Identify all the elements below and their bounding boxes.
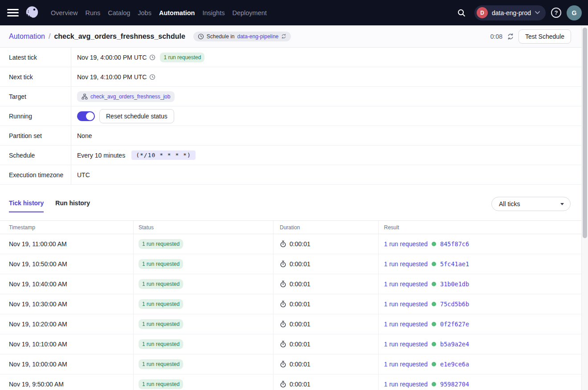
- col-duration: Duration: [273, 221, 378, 234]
- caret-down-icon: [560, 203, 564, 205]
- refresh-icon[interactable]: [507, 33, 514, 40]
- latest-tick-time: Nov 19, 4:00:00 PM UTC: [77, 54, 147, 61]
- code-location-link[interactable]: data-eng-pipeline: [237, 33, 279, 40]
- stopwatch-icon: [280, 280, 286, 288]
- nav-deployment[interactable]: Deployment: [232, 9, 266, 16]
- schedule-details: Latest tick Nov 19, 4:00:00 PM UTC 1 run…: [0, 48, 581, 185]
- run-id-link[interactable]: b5a9a2e4: [440, 341, 469, 348]
- chevron-down-icon: [535, 11, 540, 14]
- run-id-link[interactable]: 31b0e1db: [440, 280, 469, 288]
- timezone-value: UTC: [77, 171, 90, 179]
- nav-overview[interactable]: Overview: [51, 9, 78, 16]
- tick-filter-select[interactable]: All ticks: [491, 197, 571, 211]
- run-status-dot-icon: [432, 302, 436, 306]
- partition-set-label: Partition set: [0, 126, 71, 145]
- run-status-dot-icon: [432, 362, 436, 366]
- target-job-link[interactable]: check_avg_orders_freshness_job: [90, 93, 170, 100]
- run-id-link[interactable]: e1e9ce6a: [440, 361, 469, 368]
- tick-result-link[interactable]: 1 run requested: [384, 280, 428, 288]
- target-job-pill[interactable]: check_avg_orders_freshness_job: [77, 91, 175, 102]
- tick-status-badge: 1 run requested: [139, 379, 183, 389]
- tick-status-badge: 1 run requested: [139, 259, 183, 269]
- tick-status-badge: 1 run requested: [139, 319, 183, 329]
- workspace-name: data-eng-prod: [492, 9, 531, 16]
- stopwatch-icon: [280, 240, 286, 248]
- tick-duration: 0:00:01: [290, 361, 310, 368]
- col-timestamp: Timestamp: [0, 224, 133, 231]
- tick-result-link[interactable]: 1 run requested: [384, 381, 428, 388]
- tick-timestamp: Nov 19, 11:00:00 AM: [0, 240, 133, 248]
- tick-result-link[interactable]: 1 run requested: [384, 341, 428, 348]
- tick-timestamp: Nov 19, 10:40:00 AM: [0, 280, 133, 288]
- user-avatar[interactable]: G: [567, 5, 582, 20]
- tick-result-link[interactable]: 1 run requested: [384, 321, 428, 328]
- help-button[interactable]: ?: [551, 8, 561, 18]
- workspace-switcher[interactable]: D data-eng-prod: [474, 5, 546, 20]
- clock-icon: [198, 33, 204, 40]
- run-id-link[interactable]: 845f87c6: [440, 240, 469, 248]
- timezone-row: Execution timezone UTC: [0, 165, 581, 185]
- target-row: Target check_avg_orders_freshness_job: [0, 87, 581, 106]
- page-scrollbar[interactable]: [581, 25, 588, 390]
- nav-runs[interactable]: Runs: [85, 9, 100, 16]
- nav-automation[interactable]: Automation: [159, 9, 195, 16]
- schedule-row: Schedule Every 10 minutes (*/10 * * * *): [0, 146, 581, 165]
- run-id-link[interactable]: 5fc41ae1: [440, 260, 469, 268]
- run-id-link[interactable]: 95982704: [440, 381, 469, 388]
- next-tick-time: Nov 19, 4:10:00 PM UTC: [77, 73, 147, 81]
- running-toggle[interactable]: [77, 111, 95, 121]
- tab-run-history[interactable]: Run history: [55, 199, 90, 212]
- nav-catalog[interactable]: Catalog: [108, 9, 130, 16]
- breadcrumb-separator: /: [49, 32, 50, 41]
- schedule-label: Schedule: [0, 146, 71, 165]
- search-icon: [457, 8, 466, 17]
- tick-duration: 0:00:01: [290, 280, 310, 288]
- col-result: Result: [378, 221, 581, 234]
- table-row: Nov 19, 11:00:00 AM 1 run requested 0:00…: [0, 234, 581, 254]
- stopwatch-icon: [280, 341, 286, 348]
- tick-duration: 0:00:01: [290, 260, 310, 268]
- nav-insights[interactable]: Insights: [202, 9, 225, 16]
- schedule-location-badge: Schedule in data-eng-pipeline: [193, 32, 291, 41]
- nav-jobs[interactable]: Jobs: [138, 9, 151, 16]
- help-icon: ?: [555, 9, 558, 16]
- tick-timestamp: Nov 19, 10:20:00 AM: [0, 321, 133, 328]
- reload-icon[interactable]: [281, 33, 286, 39]
- tick-status-badge: 1 run requested: [139, 359, 183, 369]
- tick-timestamp: Nov 19, 10:00:00 AM: [0, 361, 133, 368]
- run-status-dot-icon: [432, 242, 436, 246]
- dagster-logo-icon[interactable]: [24, 5, 40, 21]
- tick-duration: 0:00:01: [290, 240, 310, 248]
- breadcrumb-automation-link[interactable]: Automation: [9, 32, 45, 41]
- tick-status-badge: 1 run requested: [139, 299, 183, 309]
- test-schedule-button[interactable]: Test Schedule: [519, 29, 571, 44]
- tick-result-link[interactable]: 1 run requested: [384, 361, 428, 368]
- breadcrumb: Automation / check_avg_orders_freshness_…: [9, 32, 291, 41]
- menu-icon[interactable]: [7, 7, 19, 19]
- tick-timestamp: Nov 19, 9:50:00 AM: [0, 381, 133, 388]
- table-row: Nov 19, 10:00:00 AM 1 run requested 0:00…: [0, 354, 581, 374]
- table-row: Nov 19, 10:50:00 AM 1 run requested 0:00…: [0, 254, 581, 274]
- search-button[interactable]: [454, 5, 469, 20]
- tick-result-link[interactable]: 1 run requested: [384, 240, 428, 248]
- table-row: Nov 19, 10:20:00 AM 1 run requested 0:00…: [0, 314, 581, 334]
- tab-tick-history[interactable]: Tick history: [9, 199, 44, 212]
- scrollbar-thumb[interactable]: [583, 28, 587, 238]
- clock-icon: [149, 54, 155, 61]
- latest-tick-row: Latest tick Nov 19, 4:00:00 PM UTC 1 run…: [0, 48, 581, 67]
- tick-history-table: Timestamp Status Duration Result Nov 19,…: [0, 220, 581, 390]
- run-status-dot-icon: [432, 382, 436, 386]
- run-id-link[interactable]: 0f2f627e: [440, 321, 469, 328]
- tick-result-link[interactable]: 1 run requested: [384, 260, 428, 268]
- cron-expression-chip: (*/10 * * * *): [131, 150, 196, 160]
- table-header-row: Timestamp Status Duration Result: [0, 220, 581, 234]
- tick-status-badge: 1 run requested: [139, 239, 183, 249]
- history-tabs: Tick history Run history All ticks: [9, 197, 571, 215]
- run-id-link[interactable]: 75cd5b6b: [440, 301, 469, 308]
- reset-schedule-status-button[interactable]: Reset schedule status: [99, 109, 174, 123]
- latest-tick-status-badge: 1 run requested: [160, 53, 204, 62]
- tick-result-link[interactable]: 1 run requested: [384, 301, 428, 308]
- tick-duration: 0:00:01: [290, 381, 310, 388]
- next-tick-row: Next tick Nov 19, 4:10:00 PM UTC: [0, 67, 581, 87]
- clock-icon: [149, 74, 155, 80]
